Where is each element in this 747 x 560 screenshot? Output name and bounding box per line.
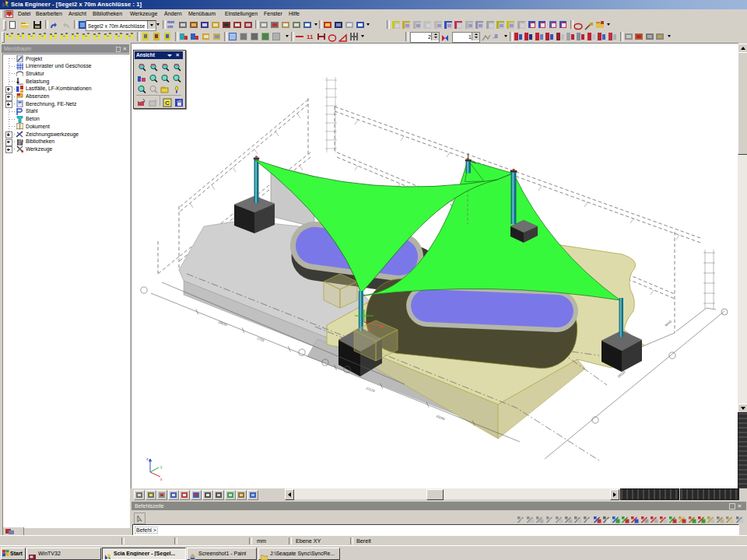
svg-text:1730: 1730: [257, 336, 265, 342]
svg-text:y: y: [160, 464, 163, 469]
svg-text:x: x: [160, 477, 163, 481]
svg-text:9440: 9440: [664, 320, 672, 327]
svg-text:18830: 18830: [218, 320, 228, 327]
svg-text:18110: 18110: [616, 369, 626, 378]
svg-text:C: C: [165, 100, 170, 107]
svg-text:12120: 12120: [366, 386, 376, 393]
svg-text:10280: 10280: [436, 414, 446, 421]
svg-text:z: z: [146, 457, 149, 461]
